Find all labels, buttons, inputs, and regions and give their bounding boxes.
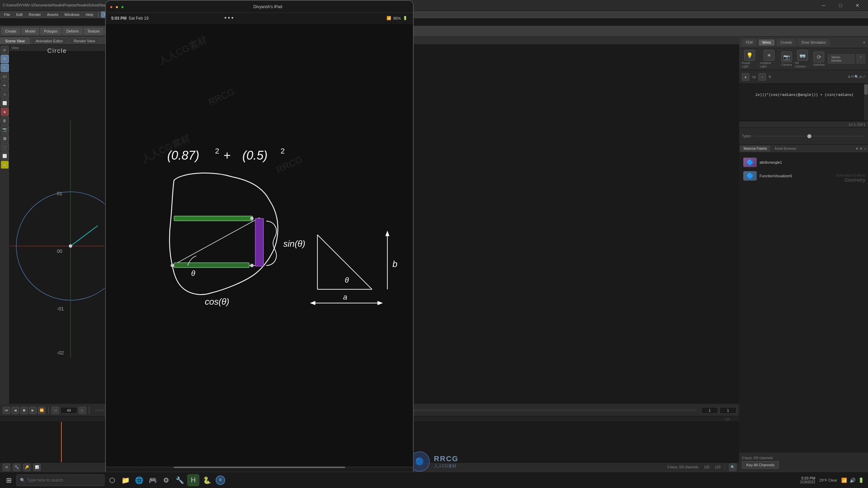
timeline-settings-icon[interactable]: ⚙ (3, 464, 10, 471)
vr-camera-label: VR Camera (795, 61, 811, 68)
trash-tool[interactable]: 🗑 (1, 117, 9, 125)
maximize-btn[interactable]: □ (833, 0, 848, 11)
stop-btn[interactable]: ⏹ (20, 407, 28, 414)
tag-tool[interactable]: 🏷 (1, 73, 9, 81)
battery-taskbar-icon[interactable]: 🔋 (858, 477, 864, 483)
code-scrollbar-thumb[interactable] (864, 84, 868, 95)
key-all-channels-btn[interactable]: Key All Channels (742, 461, 779, 469)
python-btn[interactable]: 🐍 (201, 474, 213, 486)
ipad-overlay: ● ● ● Divyansh's iPad 5:03 PM Sat Feb 19… (105, 0, 414, 488)
prev-key-btn[interactable]: ◁ (52, 407, 59, 414)
browser-btn[interactable]: 🌐 (133, 474, 145, 486)
menu-file[interactable]: File (1, 12, 13, 17)
color-white[interactable]: ⬜ (1, 99, 9, 107)
view-up-btn[interactable]: ▲ (742, 73, 749, 81)
add-tab-btn[interactable]: + (863, 40, 865, 45)
asset-item-attribvrangle[interactable]: 🔷 attribvrangle1 (742, 156, 865, 169)
color-white2[interactable]: ⬜ (1, 152, 9, 160)
color-red[interactable]: ■ (1, 108, 9, 116)
task-view-btn[interactable]: ⬡ (106, 474, 118, 486)
svg-text:00: 00 (57, 248, 62, 254)
search-box[interactable]: 🔍 Type here to search (16, 474, 104, 486)
camera-btn[interactable]: 📷 Camera (781, 52, 792, 66)
svg-text:-02: -02 (57, 350, 64, 355)
create-btn[interactable]: Create (1, 28, 20, 35)
ipad-close-btn[interactable]: ● (110, 4, 113, 9)
ipad-min-btn[interactable]: ● (115, 4, 118, 9)
cursor-tool[interactable]: ↖ (1, 64, 9, 72)
tab-scene-view[interactable]: Scene View (0, 37, 30, 44)
start-btn[interactable]: ⊞ (3, 474, 15, 486)
menu-edit[interactable]: Edit (14, 12, 25, 17)
settings-btn[interactable]: ⚙ (160, 474, 172, 486)
go-start-btn[interactable]: ⏮ (3, 407, 10, 414)
tab-animation-editor[interactable]: Animation Editor (31, 37, 68, 44)
ipad-max-btn[interactable]: ● (121, 4, 124, 9)
portal-light-btn[interactable]: 💡 Portal Light (742, 50, 757, 68)
texture-btn[interactable]: Texture (84, 28, 103, 35)
add-panel-btn[interactable]: + (856, 146, 858, 151)
polygon-btn[interactable]: Polygon (40, 28, 61, 35)
code-scrollbar[interactable] (864, 84, 868, 121)
tool-btn[interactable]: 🔧 (174, 474, 186, 486)
code-content[interactable]: le)))*(cos(radians(@angle))) + (sin(radi… (739, 84, 868, 106)
fem-tab[interactable]: FEM (742, 39, 756, 46)
camera-tool[interactable]: 📷 (1, 125, 9, 134)
sound-icon[interactable]: 🔊 (850, 477, 855, 483)
panel-expand-icon[interactable]: ⤢ (864, 147, 867, 150)
wires-tab[interactable]: Wires (758, 39, 775, 46)
color-yellow[interactable]: ■ (1, 161, 9, 169)
types-slider[interactable] (754, 136, 865, 137)
scroll-bar[interactable] (174, 467, 345, 468)
game-btn[interactable]: 🎮 (146, 474, 159, 486)
end-frame[interactable]: 1 (719, 407, 736, 414)
play-btn[interactable]: ▶ (29, 407, 37, 414)
timeline-snap-icon[interactable]: 🔧 (13, 464, 20, 471)
play-fast-btn[interactable]: ⏩ (38, 407, 45, 414)
material-palette-tab[interactable]: Material Palette (741, 146, 770, 151)
view-le-btn[interactable]: ↔ (758, 73, 766, 81)
crowds-tab[interactable]: Crowds (777, 39, 796, 46)
prev-frame-btn[interactable]: ◀ (12, 407, 19, 414)
deform-btn[interactable]: Deform (63, 28, 82, 35)
model-btn[interactable]: Model (21, 28, 39, 35)
color-black[interactable]: ⬛ (1, 143, 9, 151)
minimize-btn[interactable]: ─ (816, 0, 831, 11)
switcher-btn[interactable]: ⟳ Switcher (813, 52, 825, 66)
menu-windows[interactable]: Windows (62, 12, 82, 17)
menu-help[interactable]: Help (83, 12, 96, 17)
vr-camera-btn[interactable]: 🥽 VR Camera (795, 50, 811, 68)
ipad-canvas[interactable]: 人人CG素材 RRCG 人人CG素材 RRCG (0.87) 2 + (0.5)… (106, 24, 413, 466)
timeline-key-icon[interactable]: 🔑 (23, 464, 31, 471)
types-slider-thumb[interactable] (807, 134, 811, 138)
pen-tool[interactable]: ✒ (1, 81, 9, 89)
grid-tool[interactable]: ▦ (1, 134, 9, 142)
tab-render-view[interactable]: Render View (69, 37, 100, 44)
rrcg-taskbar-icon[interactable]: R (214, 474, 226, 486)
houdini-btn[interactable]: H (187, 474, 199, 486)
frame-display[interactable]: 49 (60, 407, 77, 414)
transform-tool[interactable]: ⟳ (1, 46, 9, 54)
timeline-search-icon[interactable]: 🔍 (729, 464, 736, 471)
start-frame[interactable]: 1 (701, 407, 718, 414)
menu-assets[interactable]: Assets (44, 12, 61, 17)
file-explorer-btn[interactable]: 📁 (119, 474, 132, 486)
stereo-monitor-tab[interactable]: Stereo Monitor (828, 54, 855, 64)
drive-sim-tab[interactable]: Drive Simulation (798, 39, 830, 46)
ambient-light-btn[interactable]: ☀ Ambient Light (760, 50, 778, 68)
network-icon[interactable]: 📶 (841, 477, 847, 483)
eye-tool[interactable]: 👁 (1, 55, 9, 63)
menu-render[interactable]: Render (26, 12, 44, 17)
next-key-btn[interactable]: ▷ (79, 407, 86, 414)
timeline-channel-icon[interactable]: 📊 (33, 464, 41, 471)
svg-text:θ: θ (191, 269, 195, 278)
shape-tool[interactable]: ◇ (1, 90, 9, 98)
vr-camera-icon: 🥽 (797, 50, 808, 61)
close-btn[interactable]: ✕ (850, 0, 865, 11)
types-section: Types (739, 128, 868, 145)
panel-settings-icon[interactable]: ⚙ (860, 147, 863, 150)
add-view-tab[interactable]: + (856, 54, 865, 64)
svg-text:θ: θ (345, 276, 349, 284)
asset-browser-content: Education Edition Geometry 🔷 attribvrang… (739, 153, 868, 474)
asset-browser-tab[interactable]: Asset Browser (771, 146, 799, 151)
